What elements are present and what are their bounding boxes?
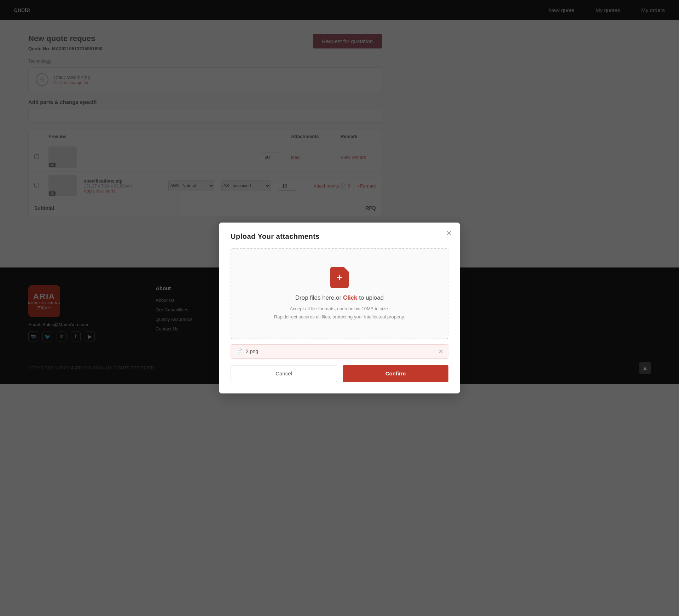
upload-zone[interactable]: + Drop files here,or Click to upload Acc… bbox=[231, 248, 448, 339]
file-item: 📄 2.png ✕ bbox=[231, 344, 448, 359]
upload-text-main: Drop files here,or Click to upload bbox=[238, 294, 441, 301]
upload-drop-text: Drop files here,or bbox=[295, 294, 341, 301]
upload-click-text[interactable]: Click bbox=[343, 294, 358, 301]
upload-to-text: to upload bbox=[359, 294, 384, 301]
cancel-button[interactable]: Cancel bbox=[231, 365, 337, 382]
modal-actions: Cancel Confirm bbox=[231, 365, 448, 382]
file-remove-button[interactable]: ✕ bbox=[439, 348, 443, 355]
upload-file-icon: + bbox=[330, 267, 349, 288]
upload-modal: Upload Your attachments ✕ + Drop files h… bbox=[219, 223, 460, 384]
file-doc-icon: 📄 bbox=[236, 348, 243, 355]
upload-hint2: Rapiddirect secures all files, protectin… bbox=[238, 313, 441, 321]
modal-overlay: Upload Your attachments ✕ + Drop files h… bbox=[0, 0, 679, 384]
file-item-left: 📄 2.png bbox=[236, 348, 258, 355]
modal-close-button[interactable]: ✕ bbox=[446, 229, 452, 237]
confirm-button[interactable]: Confirm bbox=[343, 365, 448, 382]
modal-title: Upload Your attachments bbox=[231, 232, 448, 241]
upload-hint1: Accept all file foemats, each below 10MB… bbox=[238, 305, 441, 313]
file-name: 2.png bbox=[246, 349, 258, 354]
